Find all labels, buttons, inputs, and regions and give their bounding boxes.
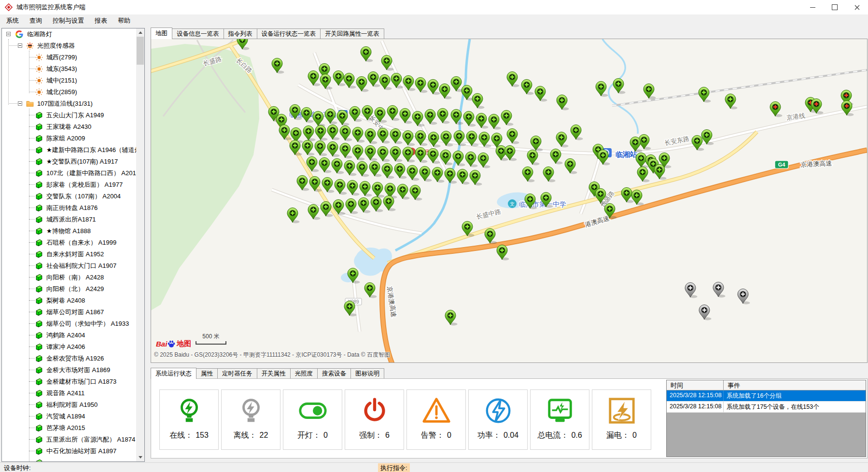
bottom-tab-3[interactable]: 开关属性 [257, 368, 291, 378]
tree-item-31[interactable]: 观音路 A2411 [2, 388, 136, 399]
poi-label: 临湘站 [616, 150, 637, 158]
map-tab-0[interactable]: 地图 [151, 28, 172, 39]
tree-item-1[interactable]: 光照度传感器 [2, 40, 136, 52]
circle-bolt-icon [483, 396, 513, 426]
tree-item-36[interactable]: 中石化加油站对面 A1897 [2, 445, 136, 457]
tree-item-24[interactable]: 烟草公司对面 A1867 [2, 306, 136, 318]
tree-connector [29, 347, 35, 347]
app-title: 城市照明监控系统客户端 [16, 3, 85, 12]
map-container: G4X089 长盛路长白路长安中路长安东路长盛中路长盛路港澳高速京港澳高速京港澳… [151, 39, 868, 363]
tree-item-label: ★建新中路路口东 A1946（辅道灯） [46, 144, 136, 156]
bottom-tab-1[interactable]: 属性 [196, 368, 218, 378]
status-card-7: 漏电：0 [592, 389, 651, 450]
tree-item-6[interactable]: 107国道沿线(31/31) [2, 98, 136, 110]
folder-icon [26, 100, 34, 108]
tree-item-35[interactable]: 五里派出所（富源汽配） A1874 [2, 434, 136, 445]
tree-expander-icon[interactable] [18, 101, 22, 106]
tree-item-14[interactable]: 交警队东（107南） A2004 [2, 191, 136, 202]
event-log-header[interactable]: 时间事件 [667, 380, 866, 390]
tree-connector [29, 126, 35, 127]
tree-item-21[interactable]: 向阳桥（南） A2428 [2, 272, 136, 283]
tree-item-3[interactable]: 城东(3543) [2, 63, 136, 75]
map-tab-2[interactable]: 指令列表 [224, 28, 257, 39]
lamp-icon [35, 239, 43, 247]
event-row-0[interactable]: 2025/3/28 12:15:08系统加载了16个分组 [667, 390, 866, 402]
tree-item-28[interactable]: 金桥农贸市场 A1926 [2, 353, 136, 364]
tree-expander-icon[interactable] [6, 32, 11, 36]
lamp-icon [35, 135, 43, 142]
tree-item-0[interactable]: 临湘路灯 [2, 28, 136, 40]
bottom-tab-5[interactable]: 搜索设备 [317, 368, 351, 378]
map-canvas[interactable]: G4X089 长盛路长白路长安中路长安东路长盛中路长盛路港澳高速京港澳高速京港澳… [151, 39, 867, 362]
maximize-button[interactable] [824, 0, 846, 14]
device-tree[interactable]: 临湘路灯光照度传感器城西(2799)城东(3543)城中(2151)城北(285… [2, 28, 136, 461]
tree-item-25[interactable]: 烟草公司（求知中学） A1933 [2, 318, 136, 330]
tree-item-4[interactable]: 城中(2151) [2, 75, 136, 86]
scroll-up-button[interactable] [136, 28, 144, 37]
tree-item-34[interactable]: 芭茅塘 A2015 [2, 422, 136, 434]
lamp-icon [35, 285, 43, 293]
tree-item-15[interactable]: 南正街转盘 A1876 [2, 202, 136, 214]
tree-item-2[interactable]: 城西(2799) [2, 52, 136, 63]
tree-item-17[interactable]: ★博物馆 A1888 [2, 225, 136, 237]
tree-item-23[interactable]: 梨树巷 A2408 [2, 295, 136, 306]
menu-item-3[interactable]: 控制与设置 [47, 14, 89, 27]
menu-item-2[interactable]: 查询 [24, 14, 47, 27]
event-col-time[interactable]: 时间 [667, 380, 724, 390]
tree-item-20[interactable]: 社会福利院大门口 A1907 [2, 260, 136, 272]
tree-item-9[interactable]: 陈家组 A2009 [2, 133, 136, 144]
tree-item-30[interactable]: 金桥建材市场门口 A1873 [2, 376, 136, 388]
monitor-icon [545, 396, 575, 426]
status-bar: 设备时钟: 执行指令: [0, 462, 868, 472]
tree-connector [29, 80, 35, 81]
tree-connector [29, 323, 35, 324]
tree-item-7[interactable]: 五尖山大门东 A1949 [2, 110, 136, 121]
map-tab-3[interactable]: 设备运行状态一览表 [257, 28, 321, 39]
app-logo-icon [5, 3, 13, 11]
tree-item-8[interactable]: 王家珑巷 A2430 [2, 121, 136, 133]
device-tree-panel: 临湘路灯光照度传感器城西(2799)城东(3543)城中(2151)城北(285… [1, 28, 145, 462]
minimize-button[interactable] [801, 0, 824, 14]
menu-item-1[interactable]: 系统 [1, 14, 24, 27]
tree-item-19[interactable]: 自来水斜对面 A1952 [2, 249, 136, 260]
tree-item-12[interactable]: 107北（建新中路路口西） A2014 [2, 167, 136, 179]
scroll-down-button[interactable] [136, 453, 144, 461]
map-tab-4[interactable]: 开关回路属性一览表 [320, 28, 384, 39]
tree-item-33[interactable]: 汽贸城 A1894 [2, 411, 136, 422]
status-card-1: 离线：22 [221, 389, 280, 450]
status-card-6: 总电流：0.6 [530, 389, 589, 450]
map-attribution: © 2025 Baidu - GS(2023)3206号 - 甲测资字11111… [154, 351, 390, 359]
tree-item-11[interactable]: ★交警队西(107南) A1917 [2, 156, 136, 167]
bottom-tab-6[interactable]: 图标说明 [350, 368, 384, 378]
menu-item-4[interactable]: 报表 [89, 14, 112, 27]
map-tab-1[interactable]: 设备信息一览表 [172, 28, 224, 39]
scroll-thumb[interactable] [137, 37, 144, 65]
baidu-logo: Bai 地图 [156, 339, 191, 348]
tree-item-18[interactable]: 石咀桥（自来水） A1999 [2, 237, 136, 249]
tree-expander-icon[interactable] [18, 43, 22, 48]
tree-item-26[interactable]: 鸿鹤路 A2404 [2, 330, 136, 341]
toggle-icon [298, 396, 328, 426]
tree-item-16[interactable]: 城西派出所A1871 [2, 214, 136, 225]
close-button[interactable] [846, 0, 868, 14]
status-card-3: 强制：6 [345, 389, 404, 450]
tree-item-29[interactable]: 金桥大市场对面 A1869 [2, 364, 136, 376]
tree-item-13[interactable]: 彭家巷（党校后面） A1977 [2, 179, 136, 191]
tree-item-37[interactable] [2, 457, 136, 461]
tree-item-5[interactable]: 城北(2859) [2, 86, 136, 98]
bottom-tab-4[interactable]: 光照度 [290, 368, 318, 378]
menu-item-5[interactable]: 帮助 [112, 14, 136, 27]
lamp-icon [35, 250, 43, 258]
tree-item-32[interactable]: 福利院对面 A1950 [2, 399, 136, 411]
tree-connector [29, 451, 35, 451]
tree-item-22[interactable]: 向阳桥（北） A2429 [2, 283, 136, 295]
bottom-tab-0[interactable]: 系统运行状态 [151, 368, 196, 379]
tree-item-10[interactable]: ★建新中路路口东 A1946（辅道灯） [2, 144, 136, 156]
tree-item-label: 金桥大市场对面 A1869 [46, 364, 110, 376]
tree-scrollbar[interactable] [136, 28, 144, 461]
event-col-event[interactable]: 事件 [724, 380, 740, 390]
status-card-label: 告警： [421, 431, 444, 439]
event-row-1[interactable]: 2025/3/28 12:15:08系统加载了175个设备，在线153个 [667, 402, 866, 413]
tree-item-27[interactable]: 谭家冲 A2406 [2, 341, 136, 353]
bottom-tab-2[interactable]: 定时器任务 [217, 368, 257, 378]
